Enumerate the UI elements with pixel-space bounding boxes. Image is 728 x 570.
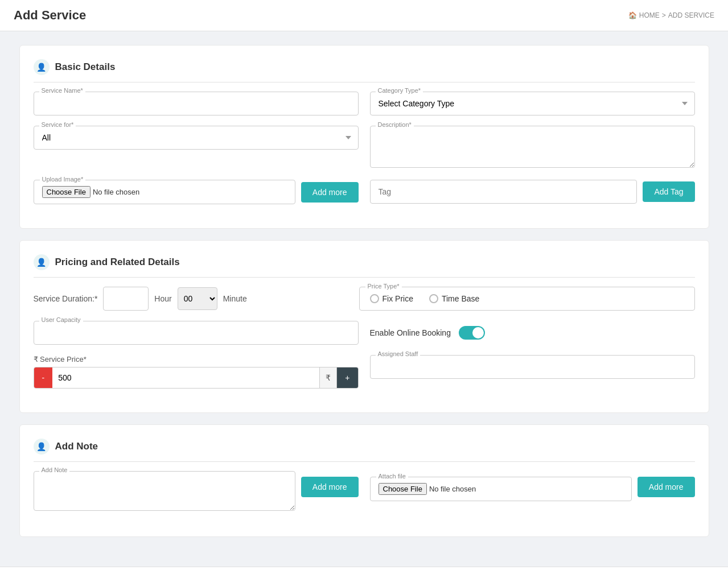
basic-details-card: 👤 Basic Details Service Name* Category T… (19, 45, 709, 229)
time-base-radio[interactable] (429, 294, 438, 303)
top-bar: Add Service 🏠 HOME > ADD SERVICE (0, 0, 728, 31)
duration-group: Service Duration:* Hour 00 15 30 45 Minu… (34, 287, 348, 311)
category-type-select[interactable]: Select Category Type (370, 92, 695, 115)
upload-image-group: Upload Image* Add more (34, 180, 359, 204)
time-base-option[interactable]: Time Base (429, 294, 479, 303)
basic-details-title: Basic Details (55, 61, 116, 73)
breadcrumb-current: ADD SERVICE (668, 11, 714, 19)
breadcrumb-sep: > (662, 11, 666, 19)
price-plus-button[interactable]: + (337, 367, 357, 388)
description-textarea[interactable] (370, 126, 695, 168)
price-type-options: Fix Price Time Base (370, 294, 684, 303)
add-more-attach-button[interactable]: Add more (637, 477, 695, 497)
user-capacity-group: User Capacity (34, 321, 359, 345)
service-for-select[interactable]: All Male Female (34, 126, 359, 150)
price-type-group: Price Type* Fix Price Time Base (359, 287, 695, 311)
footer: ✔ Submit ↻ Reset (0, 567, 728, 570)
note-label: Add Note (39, 466, 70, 473)
price-input-row: - ₹ + (34, 367, 359, 389)
duration-label: Service Duration:* (34, 294, 98, 303)
upload-image-label: Upload Image* (40, 176, 86, 183)
add-tag-button[interactable]: Add Tag (643, 181, 694, 202)
basic-details-header: 👤 Basic Details (34, 59, 695, 82)
price-type-label: Price Type* (365, 283, 402, 290)
service-for-label: Service for* (39, 121, 76, 128)
category-type-label: Category Type* (376, 87, 423, 94)
user-capacity-input[interactable] (34, 321, 359, 345)
online-booking-group: Enable Online Booking (370, 326, 695, 340)
add-note-icon: 👤 (34, 439, 50, 455)
service-name-group: Service Name* (34, 92, 359, 115)
basic-details-icon: 👤 (34, 59, 50, 75)
fix-price-option[interactable]: Fix Price (370, 294, 413, 303)
pricing-title: Pricing and Related Details (55, 257, 180, 268)
pricing-icon: 👤 (34, 254, 50, 270)
tag-input[interactable] (370, 180, 637, 204)
attach-file-label: Attach file (376, 473, 408, 480)
time-base-label: Time Base (442, 294, 479, 303)
note-textarea-group: Add Note (34, 471, 295, 513)
pricing-row-1: Service Duration:* Hour 00 15 30 45 Minu… (34, 287, 695, 311)
pricing-header: 👤 Pricing and Related Details (34, 254, 695, 278)
minute-select[interactable]: 00 15 30 45 (178, 287, 217, 310)
pricing-card: 👤 Pricing and Related Details Service Du… (19, 240, 709, 413)
service-for-group: Service for* All Male Female (34, 126, 359, 150)
note-area-group: Add Note Add more (34, 471, 359, 513)
add-note-header: 👤 Add Note (34, 439, 695, 462)
assigned-staff-input[interactable] (370, 355, 695, 379)
description-group: Description* (370, 126, 695, 170)
add-more-image-button[interactable]: Add more (301, 182, 359, 203)
basic-row-2: Service for* All Male Female Description… (34, 126, 695, 170)
basic-row-1: Service Name* Category Type* Select Cate… (34, 92, 695, 115)
online-booking-row: Enable Online Booking (370, 326, 695, 340)
breadcrumb: 🏠 HOME > ADD SERVICE (628, 11, 714, 19)
currency-symbol: ₹ (319, 367, 337, 388)
add-more-note-button[interactable]: Add more (301, 477, 359, 497)
service-price-group: ₹ Service Price* - ₹ + (34, 355, 359, 389)
breadcrumb-home: HOME (639, 11, 660, 19)
service-name-input[interactable] (34, 92, 359, 115)
attach-file-input[interactable] (379, 483, 519, 495)
breadcrumb-home-icon: 🏠 (628, 11, 637, 19)
assigned-staff-label: Assigned Staff (376, 350, 421, 357)
upload-image-input[interactable] (42, 186, 182, 198)
description-label: Description* (376, 121, 414, 128)
attach-box: Attach file (370, 477, 632, 501)
page-title: Add Service (14, 8, 86, 23)
upload-image-box: Upload Image* (34, 180, 295, 204)
assigned-staff-group: Assigned Staff (370, 355, 695, 379)
add-note-title: Add Note (55, 441, 98, 452)
attach-file-group: Attach file Add more (370, 471, 695, 501)
pricing-row-3: ₹ Service Price* - ₹ + Assigned Staff (34, 355, 695, 389)
price-input[interactable] (52, 367, 319, 388)
enable-booking-toggle[interactable] (459, 326, 485, 340)
fix-price-label: Fix Price (382, 294, 413, 303)
minute-label: Minute (223, 294, 247, 303)
add-note-card: 👤 Add Note Add Note Add more Attach file… (19, 424, 709, 537)
enable-booking-label: Enable Online Booking (370, 328, 451, 337)
service-price-heading: ₹ Service Price* (34, 355, 359, 364)
note-textarea[interactable] (34, 471, 295, 511)
price-minus-button[interactable]: - (34, 367, 53, 388)
tag-group: Add Tag (370, 180, 695, 204)
hour-label: Hour (154, 294, 171, 303)
category-type-group: Category Type* Select Category Type (370, 92, 695, 115)
service-name-label: Service Name* (39, 87, 85, 94)
user-capacity-label: User Capacity (39, 316, 83, 323)
duration-input[interactable] (103, 287, 149, 311)
pricing-row-2: User Capacity Enable Online Booking (34, 321, 695, 345)
note-row: Add Note Add more Attach file Add more (34, 471, 695, 513)
fix-price-radio[interactable] (370, 294, 379, 303)
basic-row-3: Upload Image* Add more Add Tag (34, 180, 695, 204)
